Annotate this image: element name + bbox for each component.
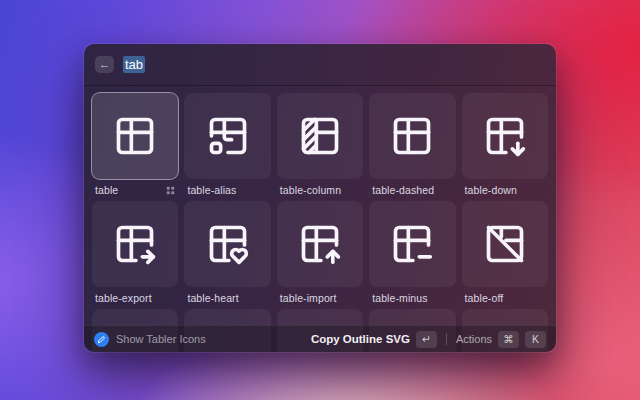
table-down-icon xyxy=(483,114,527,158)
search-input[interactable]: tab xyxy=(123,58,145,71)
tile-label: table xyxy=(95,184,118,196)
table-dashed-icon xyxy=(390,114,434,158)
footer-app-name: Show Tabler Icons xyxy=(116,333,206,345)
icon-tile-table-minus[interactable] xyxy=(369,201,455,287)
tile-label-row: table-down xyxy=(462,179,548,201)
grid-cell: table-down xyxy=(462,93,548,201)
tile-label-row: table-column xyxy=(277,179,363,201)
back-button[interactable]: ← xyxy=(95,56,114,73)
tile-label: table-minus xyxy=(372,292,427,304)
icon-tile-table-export[interactable] xyxy=(92,201,178,287)
icon-tile-table-dashed[interactable] xyxy=(369,93,455,179)
icon-tile-table-heart[interactable] xyxy=(184,201,270,287)
table-export-icon xyxy=(113,222,157,266)
icon-tile-table-column[interactable] xyxy=(277,93,363,179)
tile-label-row: table-export xyxy=(92,287,178,309)
grid-cell: table-minus xyxy=(369,201,455,309)
table-minus-icon xyxy=(390,222,434,266)
table-alias-icon xyxy=(206,114,250,158)
actions-button[interactable]: Actions xyxy=(456,333,492,345)
tile-label: table-import xyxy=(280,292,337,304)
tile-label: table-heart xyxy=(187,292,238,304)
back-arrow-icon: ← xyxy=(99,59,110,70)
icon-grid: tabletable-aliastable-columntable-dashed… xyxy=(84,86,556,309)
search-header: ← tab xyxy=(84,44,556,85)
icon-tile-table-off[interactable] xyxy=(462,201,548,287)
tile-label: table-dashed xyxy=(372,184,434,196)
command-key-badge: ⌘ xyxy=(498,331,519,348)
grid-cell: table-column xyxy=(277,93,363,201)
grid-cell: table-dashed xyxy=(369,93,455,201)
grid-cell: table xyxy=(92,93,178,201)
table-off-icon xyxy=(483,222,527,266)
table-heart-icon xyxy=(206,222,250,266)
tile-label: table-column xyxy=(280,184,341,196)
icon-tile-table-alias[interactable] xyxy=(184,93,270,179)
tile-label-row: table-alias xyxy=(184,179,270,201)
search-query-selected-text: tab xyxy=(123,56,145,73)
tile-label: table-export xyxy=(95,292,152,304)
table-column-icon xyxy=(298,114,342,158)
copy-outline-svg-button[interactable]: Copy Outline SVG xyxy=(311,333,410,345)
tile-label-row: table-off xyxy=(462,287,548,309)
table-import-icon xyxy=(298,222,342,266)
footer-separator xyxy=(446,333,447,345)
tile-label: table-down xyxy=(465,184,517,196)
grid-accessory-icon xyxy=(166,186,175,195)
footer-actions-group: Copy Outline SVG ↵ Actions ⌘ K xyxy=(311,331,546,348)
tile-label-row: table-minus xyxy=(369,287,455,309)
return-key-badge: ↵ xyxy=(416,331,437,348)
tile-label-row: table xyxy=(92,179,178,201)
tile-label: table-off xyxy=(465,292,504,304)
icon-tile-table-import[interactable] xyxy=(277,201,363,287)
k-key-badge: K xyxy=(525,331,546,348)
tabler-logo-icon xyxy=(94,332,109,347)
tile-label-row: table-heart xyxy=(184,287,270,309)
tile-label-row: table-import xyxy=(277,287,363,309)
icon-tile-table[interactable] xyxy=(92,93,178,179)
raycast-window: ← tab tabletable-aliastable-columntable-… xyxy=(84,44,556,352)
tile-label-row: table-dashed xyxy=(369,179,455,201)
icon-tile-table-down[interactable] xyxy=(462,93,548,179)
table-icon xyxy=(113,114,157,158)
grid-cell: table-alias xyxy=(184,93,270,201)
grid-cell: table-off xyxy=(462,201,548,309)
grid-cell: table-export xyxy=(92,201,178,309)
grid-cell: table-import xyxy=(277,201,363,309)
tile-label: table-alias xyxy=(187,184,236,196)
footer: Show Tabler Icons Copy Outline SVG ↵ Act… xyxy=(84,325,556,352)
grid-cell: table-heart xyxy=(184,201,270,309)
